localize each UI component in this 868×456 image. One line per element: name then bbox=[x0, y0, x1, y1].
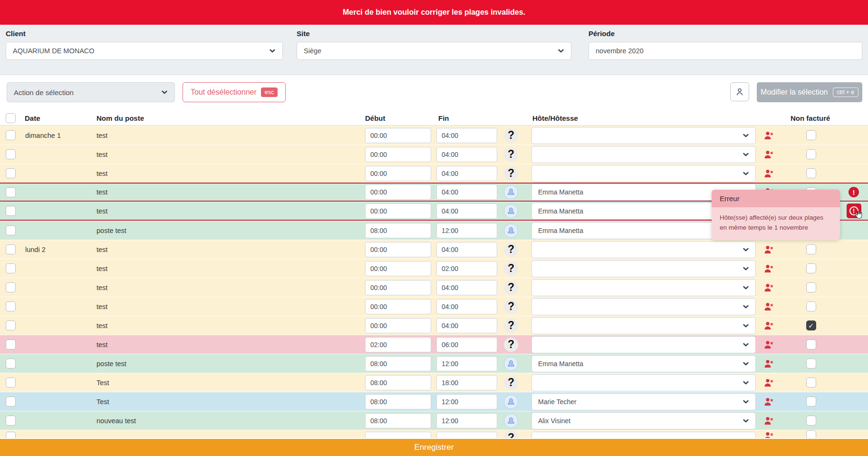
row-checkbox[interactable] bbox=[6, 206, 16, 216]
fin-input[interactable] bbox=[436, 356, 497, 371]
hote-select[interactable] bbox=[531, 279, 756, 296]
save-button[interactable]: Enregistrer bbox=[0, 439, 868, 456]
debut-input[interactable] bbox=[365, 242, 431, 257]
remove-host-icon[interactable] bbox=[756, 430, 782, 438]
non-facture-checkbox[interactable] bbox=[806, 397, 816, 407]
fin-input[interactable] bbox=[436, 375, 497, 390]
debut-input[interactable] bbox=[365, 184, 431, 200]
hote-select[interactable] bbox=[531, 146, 756, 163]
debut-input[interactable] bbox=[365, 318, 431, 333]
fin-input[interactable] bbox=[436, 413, 497, 428]
row-checkbox[interactable] bbox=[6, 432, 16, 438]
remove-host-icon[interactable] bbox=[756, 168, 782, 179]
row-checkbox[interactable] bbox=[6, 263, 16, 273]
non-facture-checkbox[interactable] bbox=[806, 340, 816, 349]
debut-input[interactable] bbox=[365, 223, 431, 238]
fin-input[interactable] bbox=[436, 299, 497, 314]
remove-host-icon[interactable] bbox=[756, 396, 782, 407]
fin-input[interactable] bbox=[436, 432, 497, 438]
hote-select[interactable] bbox=[531, 260, 756, 277]
site-select[interactable]: Siège bbox=[297, 42, 571, 60]
fin-input[interactable] bbox=[436, 204, 497, 219]
row-checkbox[interactable] bbox=[6, 225, 16, 235]
fin-input[interactable] bbox=[436, 318, 497, 333]
non-facture-checkbox[interactable] bbox=[806, 416, 816, 426]
remove-host-icon[interactable] bbox=[756, 320, 782, 331]
hote-select[interactable] bbox=[531, 127, 756, 144]
fin-input[interactable] bbox=[436, 242, 497, 257]
remove-host-icon[interactable] bbox=[756, 358, 782, 369]
row-checkbox[interactable] bbox=[6, 416, 16, 426]
non-facture-checkbox[interactable] bbox=[806, 149, 816, 159]
hote-select[interactable] bbox=[531, 298, 756, 315]
non-facture-checkbox[interactable] bbox=[806, 244, 816, 254]
row-checkbox[interactable] bbox=[6, 130, 16, 140]
remove-host-icon[interactable] bbox=[756, 282, 782, 293]
debut-input[interactable] bbox=[365, 356, 431, 371]
debut-input[interactable] bbox=[365, 261, 431, 276]
error-button[interactable]: ! bbox=[847, 204, 861, 218]
row-checkbox[interactable] bbox=[6, 282, 16, 292]
remove-host-icon[interactable] bbox=[756, 339, 782, 350]
fin-input[interactable] bbox=[436, 166, 497, 181]
hote-select[interactable] bbox=[531, 374, 756, 391]
remove-host-icon[interactable] bbox=[756, 149, 782, 160]
select-all-checkbox[interactable] bbox=[6, 113, 16, 123]
non-facture-checkbox[interactable]: ✓ bbox=[806, 320, 816, 330]
debut-input[interactable] bbox=[365, 204, 431, 219]
deselect-all-button[interactable]: Tout désélectionner esc bbox=[183, 82, 286, 102]
debut-input[interactable] bbox=[365, 128, 431, 143]
debut-input[interactable] bbox=[365, 280, 431, 295]
non-facture-checkbox[interactable] bbox=[806, 263, 816, 273]
fin-input[interactable] bbox=[436, 280, 497, 295]
modify-selection-button[interactable]: Modifier la sélection ctrl + e bbox=[757, 82, 862, 102]
hote-select[interactable] bbox=[531, 165, 756, 182]
debut-input[interactable] bbox=[365, 299, 431, 314]
selection-action-select[interactable]: Action de sélection bbox=[7, 82, 175, 102]
row-checkbox[interactable] bbox=[6, 359, 16, 369]
debut-input[interactable] bbox=[365, 413, 431, 428]
fin-input[interactable] bbox=[436, 147, 497, 162]
row-checkbox[interactable] bbox=[6, 244, 16, 254]
fin-input[interactable] bbox=[436, 184, 497, 200]
hote-select[interactable] bbox=[531, 241, 756, 258]
debut-input[interactable] bbox=[365, 394, 431, 409]
non-facture-checkbox[interactable] bbox=[806, 130, 816, 140]
hote-select[interactable]: Marie Techer bbox=[531, 393, 756, 410]
periode-input[interactable]: novembre 2020 bbox=[588, 42, 862, 60]
remove-host-icon[interactable] bbox=[756, 415, 782, 427]
remove-host-icon[interactable] bbox=[756, 301, 782, 312]
fin-input[interactable] bbox=[436, 261, 497, 276]
remove-host-icon[interactable] bbox=[756, 244, 782, 255]
client-select[interactable]: AQUARIUM DE MONACO bbox=[6, 42, 283, 60]
non-facture-checkbox[interactable] bbox=[806, 282, 816, 292]
non-facture-checkbox[interactable] bbox=[806, 359, 816, 369]
error-icon[interactable]: ! bbox=[849, 187, 859, 197]
fin-input[interactable] bbox=[436, 128, 497, 143]
debut-input[interactable] bbox=[365, 337, 431, 352]
row-checkbox[interactable] bbox=[6, 149, 16, 159]
row-checkbox[interactable] bbox=[6, 397, 16, 407]
fin-input[interactable] bbox=[436, 394, 497, 409]
row-checkbox[interactable] bbox=[6, 340, 16, 349]
remove-host-icon[interactable] bbox=[756, 130, 782, 141]
non-facture-checkbox[interactable] bbox=[806, 301, 816, 311]
non-facture-checkbox[interactable] bbox=[806, 430, 816, 438]
row-checkbox[interactable] bbox=[6, 378, 16, 388]
debut-input[interactable] bbox=[365, 432, 431, 438]
row-checkbox[interactable] bbox=[6, 168, 16, 178]
hote-select[interactable]: Alix Visinet bbox=[531, 412, 756, 429]
hote-select[interactable] bbox=[531, 432, 756, 438]
debut-input[interactable] bbox=[365, 375, 431, 390]
remove-host-icon[interactable] bbox=[756, 377, 782, 388]
non-facture-checkbox[interactable] bbox=[806, 378, 816, 388]
debut-input[interactable] bbox=[365, 166, 431, 181]
row-checkbox[interactable] bbox=[6, 320, 16, 330]
row-checkbox[interactable] bbox=[6, 301, 16, 311]
hote-select[interactable] bbox=[531, 336, 756, 353]
debut-input[interactable] bbox=[365, 147, 431, 162]
hote-select[interactable] bbox=[531, 317, 756, 334]
remove-host-icon[interactable] bbox=[756, 263, 782, 274]
row-checkbox[interactable] bbox=[6, 187, 16, 197]
non-facture-checkbox[interactable] bbox=[806, 168, 816, 178]
